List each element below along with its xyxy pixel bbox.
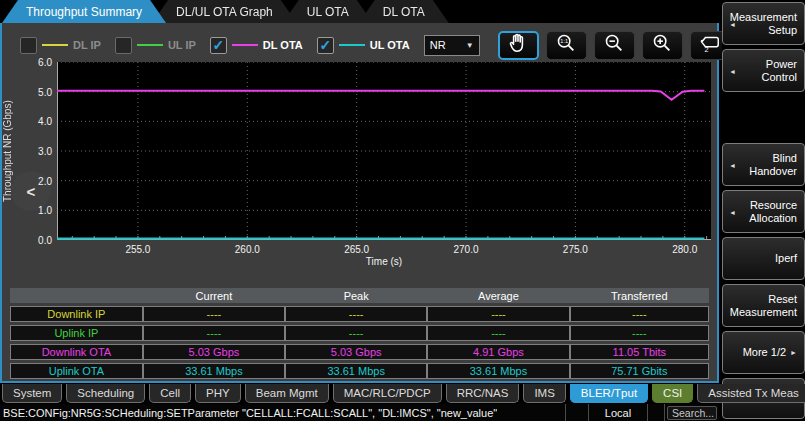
y-tick-label: 4.0 [18,116,52,127]
legend-label: DL IP [73,39,101,51]
zoom-1to1-button[interactable]: 1:1 [546,31,587,60]
row-label: Uplink OTA [10,363,143,379]
softkey-label: Reset [768,293,797,306]
table-row-uplink-ip: Uplink IP---------------- [10,325,709,341]
tab-throughput-summary[interactable]: Throughput Summary [2,0,166,23]
config-tab-ims[interactable]: IMS [523,384,565,403]
y-tick-label: 1.0 [18,205,52,216]
table-cell: 11.05 Tbits [570,344,709,360]
zoom-1to1-icon: 1:1 [554,32,578,58]
config-tab-system[interactable]: System [2,384,62,403]
zoom-out-button[interactable] [594,31,635,60]
softkey-blind-handover[interactable]: ◄BlindHandover [722,143,805,186]
legend-checkbox-ul-ota[interactable]: ✓ [317,37,334,54]
marker-2-icon: 2 [697,32,723,58]
tab-dl-ota[interactable]: DL OTA [359,0,449,23]
table-cell: 33.61 Mbps [285,363,427,379]
softkey-reset-measurement[interactable]: ResetMeasurement [722,284,805,327]
chevron-right-icon: ► [790,346,797,359]
legend-label: UL IP [168,39,196,51]
softkey-power-control[interactable]: ◄PowerControl [722,49,805,92]
x-axis-label: Time (s) [324,256,444,267]
table-cell: 4.91 Gbps [427,344,569,360]
zoom-in-button[interactable] [642,31,683,60]
column-header-transferred: Transferred [570,288,709,303]
svg-text:1:1: 1:1 [561,38,569,44]
config-tab-scheduling[interactable]: Scheduling [66,384,145,403]
softkey-label: Measurement [730,11,797,24]
throughput-summary-panel: Throughput SummaryDL/UL OTA GraphUL OTAD… [0,0,719,383]
legend-checkbox-ul-ip[interactable]: ✓ [115,37,132,54]
softkey-measurement-setup[interactable]: ◄MeasurementSetup [722,2,805,45]
softkey-label: Power [766,58,797,71]
zoom-out-icon [602,32,626,58]
y-tick-label: 0.0 [18,235,52,246]
chevron-left-icon: ◄ [729,158,736,171]
table-cell: ---- [427,325,569,341]
table-cell: ---- [285,306,427,322]
table-cell: 75.71 Gbits [570,363,709,379]
softkey-iperf[interactable]: Iperf [722,237,805,280]
config-tab-bler-tput[interactable]: BLER/Tput [570,384,648,403]
row-label: Downlink OTA [10,344,143,360]
table-cell: 33.61 Mbps [143,363,285,379]
throughput-table: CurrentPeakAverageTransferred Downlink I… [10,285,709,382]
scpi-command-text: BSE:CONFig:NR5G:SCHeduling:SETParameter … [0,407,497,419]
config-tab-phy[interactable]: PHY [195,384,241,403]
legend-checkbox-dl-ip[interactable]: ✓ [20,37,37,54]
column-header-average: Average [427,288,569,303]
chevron-left-icon: ◄ [729,205,736,218]
softkey-label: More 1/2 [743,346,786,359]
table-cell: 5.03 Gbps [285,344,427,360]
softkey-more-pages[interactable]: More 1/2► [722,331,805,374]
throughput-chart: Throughput NR (Gbps) < Time (s) 0.01.02.… [2,59,717,283]
config-tab-cell[interactable]: Cell [149,384,191,403]
chevron-down-icon: ▼ [466,41,474,50]
config-tab-mac-rlc-pdcp[interactable]: MAC/RLC/PDCP [333,384,442,403]
status-bar-right: Local Search... [565,404,719,421]
table-cell: ---- [143,325,285,341]
search-input[interactable]: Search... [667,406,717,420]
technology-value: NR [430,39,446,51]
chevron-left-icon: ◄ [729,17,736,30]
config-tab-bar: SystemSchedulingCellPHYBeam MgmtMAC/RLC/… [2,384,805,404]
series-color-swatch [232,44,258,46]
status-segment [566,404,588,421]
legend-item-ul-ip: ✓UL IP [115,37,196,54]
legend-label: UL OTA [370,39,410,51]
config-tab-rrc-nas[interactable]: RRC/NAS [446,384,520,403]
table-cell: ---- [570,306,709,322]
softkey-label: Setup [768,24,797,37]
table-row-downlink-ota: Downlink OTA5.03 Gbps5.03 Gbps4.91 Gbps1… [10,344,709,360]
technology-dropdown[interactable]: NR▼ [424,35,480,56]
y-axis-label: Throughput NR (Gbps) [2,62,18,240]
softkey-label: Blind [773,152,797,165]
mode-indicator: Local [589,404,647,421]
table-corner-header [10,288,143,303]
softkey-label: Iperf [775,252,797,265]
row-label: Uplink IP [10,325,143,341]
softkey-label: Allocation [749,212,797,225]
chevron-left-icon: ◄ [729,64,736,77]
table-row-uplink-ota: Uplink OTA33.61 Mbps33.61 Mbps33.61 Mbps… [10,363,709,379]
tab-dl-ul-ota-graph[interactable]: DL/UL OTA Graph [152,0,297,23]
row-label: Downlink IP [10,306,143,322]
tab-ul-ota[interactable]: UL OTA [283,0,373,23]
x-tick-label: 265.0 [335,244,379,255]
softkey-label: Resource [750,199,797,212]
y-tick-label: 6.0 [18,57,52,68]
softkey-label: Handover [749,165,797,178]
softkey-label: Measurement [730,306,797,319]
panel-body: ✓DL IP✓UL IP✓DL OTA✓UL OTANR▼1:121282200… [0,23,719,383]
chart-plot-area[interactable] [57,62,711,240]
config-tab-csi[interactable]: CSI [652,384,693,403]
hand-pan-button[interactable] [498,31,539,60]
table-cell: ---- [570,325,709,341]
legend-checkbox-dl-ota[interactable]: ✓ [210,37,227,54]
softkey-label: Control [762,71,797,84]
legend-item-ul-ota: ✓UL OTA [317,37,410,54]
config-tab-assisted-tx-meas[interactable]: Assisted Tx Meas [697,384,805,403]
softkey-resource-allocation[interactable]: ◄ResourceAllocation [722,190,805,233]
legend-label: DL OTA [263,39,303,51]
config-tab-beam-mgmt[interactable]: Beam Mgmt [245,384,329,403]
